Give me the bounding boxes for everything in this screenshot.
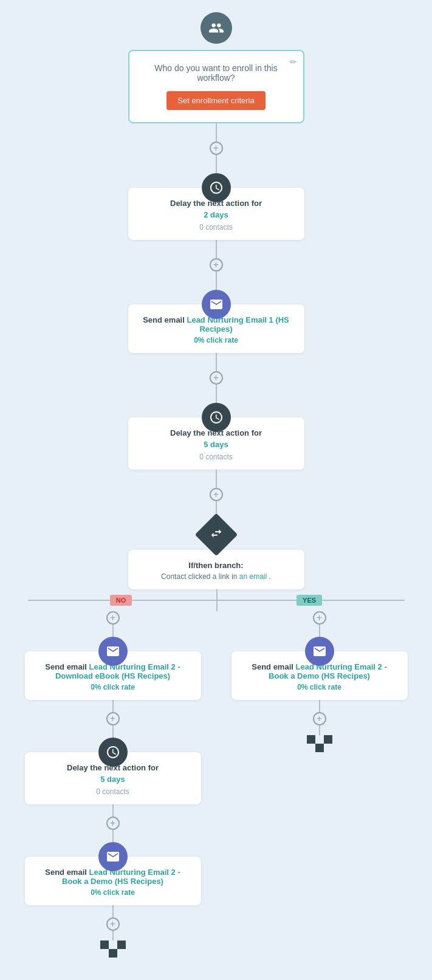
connector-line [112, 830, 114, 842]
workflow-canvas: ✏ Who do you want to enroll in this work… [0, 0, 432, 980]
add-action-no-4-button[interactable]: + [106, 917, 120, 931]
ifthen-desc: Contact clicked a link in an email . [138, 572, 295, 581]
delay2-section: Delay the next action for 5 days 0 conta… [128, 403, 304, 470]
branch-yes-badge: YES [297, 595, 322, 606]
delay3-icon [98, 738, 128, 767]
add-action-button-2[interactable]: + [210, 258, 223, 272]
ifthen-title: If/then branch: [138, 561, 295, 570]
connector-line [319, 625, 320, 637]
connector-line [112, 931, 114, 941]
email1-icon [202, 290, 231, 319]
connector-line [216, 385, 217, 403]
connector-line [216, 272, 217, 290]
email1-clickrate: 0% click rate [138, 336, 295, 344]
email-yes-section: Send email Lead Nurturing Email 2 - Book… [231, 637, 408, 700]
connector-line [216, 470, 217, 488]
enrollment-icon [201, 12, 232, 44]
connector-line [216, 240, 217, 258]
connector-line [112, 725, 114, 738]
connector-line [112, 700, 114, 712]
email-no-icon [98, 637, 128, 666]
add-action-yes-button[interactable]: + [313, 611, 326, 625]
email3-section: Send email Lead Nurturing Email 2 - Book… [25, 842, 201, 905]
ifthen-section: If/then branch: Contact clicked a link i… [128, 519, 304, 589]
enrollment-prompt: Who do you want to enroll in this workfl… [142, 63, 291, 83]
connector-line [319, 725, 320, 735]
connector-line [216, 123, 217, 142]
email-yes-icon [305, 637, 334, 666]
connector-line [112, 804, 114, 817]
delay2-sub: 5 days [138, 440, 295, 449]
delay1-section: Delay the next action for 2 days 0 conta… [128, 173, 304, 240]
add-action-button-3[interactable]: + [210, 371, 223, 385]
email3-clickrate: 0% click rate [35, 888, 191, 897]
branch-no-badge: NO [110, 595, 132, 606]
delay2-icon [202, 403, 231, 432]
enrollment-section: ✏ Who do you want to enroll in this work… [128, 12, 304, 123]
add-action-no-3-button[interactable]: + [106, 817, 120, 830]
email1-link[interactable]: Lead Nurturing Email 1 (HS Recipes) [187, 315, 289, 334]
delay3-section: Delay the next action for 5 days 0 conta… [25, 738, 201, 804]
delay2-meta: 0 contacts [138, 453, 295, 461]
branch-labels-row: NO YES [28, 589, 405, 611]
delay1-icon [202, 173, 231, 202]
add-action-button-1[interactable]: + [210, 142, 223, 155]
ifthen-link[interactable]: an email [239, 572, 267, 581]
delay1-meta: 0 contacts [138, 223, 295, 231]
add-action-no-button[interactable]: + [106, 611, 120, 625]
delay3-meta: 0 contacts [35, 787, 191, 796]
branch-vertical-divider [216, 589, 218, 611]
email3-icon [98, 842, 128, 871]
edit-icon[interactable]: ✏ [290, 57, 297, 67]
connector-line [112, 905, 114, 917]
email-no-section: Send email Lead Nurturing Email 2 - Down… [25, 637, 201, 700]
enrollment-card: ✏ Who do you want to enroll in this work… [128, 50, 304, 123]
branch-columns: + Send email Lead Nurturing Email 2 - Do… [10, 611, 423, 958]
end-checker-right [307, 735, 332, 752]
email1-section: Send email Lead Nurturing Email 1 (HS Re… [128, 290, 304, 353]
connector-line [112, 625, 114, 637]
add-action-yes-2-button[interactable]: + [313, 712, 326, 725]
email-yes-clickrate: 0% click rate [241, 683, 398, 691]
email-no-clickrate: 0% click rate [35, 683, 191, 691]
set-enrollment-button[interactable]: Set enrollment criteria [166, 91, 265, 110]
end-checker-left [100, 941, 126, 958]
delay3-sub: 5 days [35, 775, 191, 784]
connector-line [319, 700, 320, 712]
add-action-button-4[interactable]: + [210, 488, 223, 501]
add-action-no-2-button[interactable]: + [106, 712, 120, 725]
branch-yes-column: + Send email Lead Nurturing Email 2 - Bo… [222, 611, 417, 958]
ifthen-card: If/then branch: Contact clicked a link i… [128, 550, 304, 589]
branch-no-column: + Send email Lead Nurturing Email 2 - Do… [16, 611, 210, 958]
connector-line [216, 155, 217, 173]
delay1-sub: 2 days [138, 210, 295, 219]
connector-line [216, 353, 217, 371]
